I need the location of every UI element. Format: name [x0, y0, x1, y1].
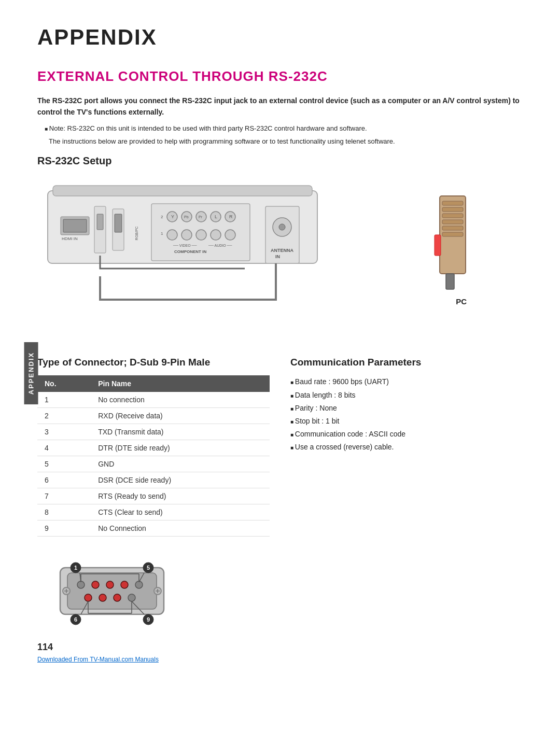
svg-point-56	[128, 594, 135, 601]
page-title: APPENDIX	[37, 25, 523, 50]
note1: Note: RS-232C on this unit is intended t…	[45, 123, 523, 134]
table-row: 8CTS (Clear to send)	[37, 504, 270, 520]
svg-point-53	[85, 594, 92, 601]
table-header-pinname: Pin Name	[91, 375, 270, 392]
pin-name: TXD (Transmit data)	[91, 424, 270, 440]
pin-number: 2	[37, 408, 91, 424]
section-title: EXTERNAL CONTROL THROUGH RS-232C	[37, 68, 523, 85]
svg-point-50	[106, 581, 114, 588]
connector-title: Type of Connector; D-Sub 9-Pin Male	[37, 357, 270, 368]
table-row: 3TXD (Transmit data)	[37, 424, 270, 440]
svg-rect-44	[435, 235, 441, 256]
two-column-section: Type of Connector; D-Sub 9-Pin Male No. …	[37, 357, 523, 637]
connector-column: Type of Connector; D-Sub 9-Pin Male No. …	[37, 357, 270, 637]
setup-title: RS-232C Setup	[37, 155, 523, 167]
comm-column: Communication Parameters Baud rate : 960…	[290, 357, 523, 637]
table-row: 6DSR (DCE side ready)	[37, 472, 270, 488]
svg-point-51	[121, 581, 128, 588]
comm-list-item: Parity : None	[290, 402, 523, 415]
pin-name: No connection	[91, 392, 270, 408]
pc-label: PC	[456, 297, 467, 306]
pin-number: 9	[37, 520, 91, 537]
pin-name: RXD (Receive data)	[91, 408, 270, 424]
comm-list-item: Stop bit : 1 bit	[290, 415, 523, 428]
table-row: 1No connection	[37, 392, 270, 408]
pin-number: 5	[37, 456, 91, 472]
note2: The instructions below are provided to h…	[49, 136, 523, 147]
comm-list-item: Use a crossed (reverse) cable.	[290, 441, 523, 454]
pin-number: 1	[37, 392, 91, 408]
pin-name: DTR (DTE side ready)	[91, 440, 270, 456]
svg-rect-40	[442, 214, 463, 218]
comm-list: Baud rate : 9600 bps (UART)Data length :…	[290, 375, 523, 454]
svg-rect-39	[442, 207, 463, 212]
svg-text:1: 1	[74, 565, 77, 571]
pin-number: 4	[37, 440, 91, 456]
svg-text:5: 5	[147, 565, 150, 571]
svg-rect-45	[446, 274, 454, 289]
dsub-diagram: 1 5 6	[37, 547, 270, 637]
svg-rect-42	[442, 226, 463, 230]
pin-number: 8	[37, 504, 91, 520]
comm-list-item: Data length : 8 bits	[290, 389, 523, 402]
table-row: 7RTS (Ready to send)	[37, 488, 270, 504]
sidebar-appendix-label: APPENDIX	[24, 342, 38, 404]
pin-name: RTS (Ready to send)	[91, 488, 270, 504]
pin-number: 6	[37, 472, 91, 488]
comm-list-item: Baud rate : 9600 bps (UART)	[290, 375, 523, 388]
comm-title: Communication Parameters	[290, 357, 523, 368]
dsub-svg: 1 5 6	[45, 552, 179, 630]
pin-name: GND	[91, 456, 270, 472]
pin-name: CTS (Clear to send)	[91, 504, 270, 520]
svg-point-54	[99, 594, 106, 601]
tv-diagram: HDMI IN RS-232C IN SERVICE RGB/PC Y Pb P…	[37, 175, 523, 336]
table-row: 2RXD (Receive data)	[37, 408, 270, 424]
download-link[interactable]: Downloaded From TV-Manual.com Manuals	[37, 656, 159, 663]
svg-point-52	[135, 581, 143, 588]
pin-table: No. Pin Name 1No connection2RXD (Receive…	[37, 375, 270, 537]
pin-number: 7	[37, 488, 91, 504]
pin-name: No Connection	[91, 520, 270, 537]
table-row: 4DTR (DTE side ready)	[37, 440, 270, 456]
comm-list-item: Communication code : ASCII code	[290, 428, 523, 441]
pin-name: DSR (DCE side ready)	[91, 472, 270, 488]
pc-connector	[424, 191, 481, 297]
svg-rect-38	[442, 201, 463, 205]
svg-rect-43	[442, 232, 463, 236]
table-row: 9No Connection	[37, 520, 270, 537]
svg-point-49	[92, 581, 99, 588]
pin-number: 3	[37, 424, 91, 440]
svg-point-55	[114, 594, 121, 601]
svg-text:9: 9	[147, 616, 150, 623]
svg-point-48	[77, 581, 85, 588]
page-number: 114	[37, 642, 53, 653]
table-header-no: No.	[37, 375, 91, 392]
svg-text:6: 6	[74, 616, 77, 623]
svg-rect-41	[442, 220, 463, 224]
table-row: 5GND	[37, 456, 270, 472]
section-body: The RS-232C port allows you connect the …	[37, 95, 523, 118]
cable-svg	[37, 175, 348, 336]
